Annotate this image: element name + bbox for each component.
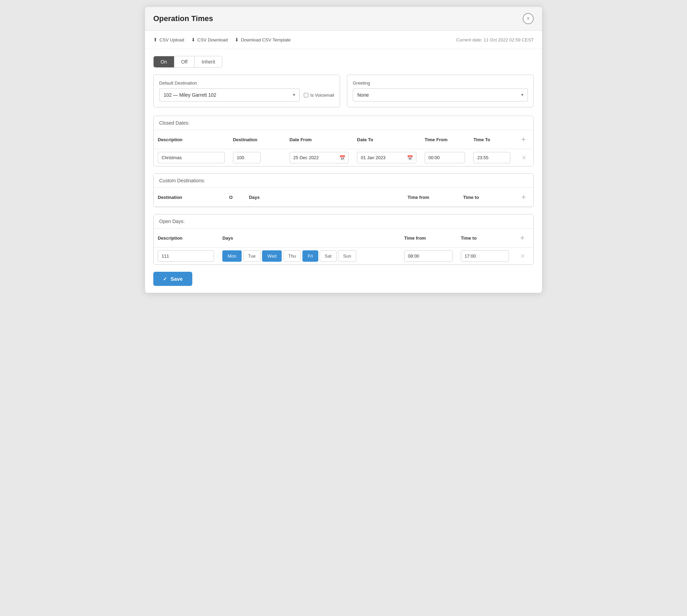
is-voicemail-text: Is Voicemail [310,93,334,98]
custom-dest-col-destination: Destination [154,188,225,207]
closed-dates-col-date-from: Date From [286,130,353,149]
time-to-input[interactable] [473,152,510,163]
download-template-label: Download CSV Template [241,37,291,42]
custom-dest-col-o: O [225,188,245,207]
day-button-fri[interactable]: Fri [302,250,318,262]
closed-dates-col-description: Description [154,130,229,149]
open-days-add-button[interactable]: + [517,232,527,244]
open-days-table: Description Days Time from Time to + Mon… [154,228,533,264]
time-from-input[interactable] [425,152,465,163]
toggle-inherit[interactable]: Inherit [195,56,222,67]
default-destination-label: Default Destination [159,80,334,86]
custom-dest-col-days: Days [245,188,403,207]
toggle-off[interactable]: Off [174,56,195,67]
current-date: Current date: 11 Oct 2022 02:59 CEST [456,37,534,42]
destination-select[interactable]: 102 — Miley Garrett 102 [159,88,300,102]
save-label: Save [171,276,183,282]
download-template-icon: ⬇ [235,37,239,42]
remove-row-button[interactable]: ✕ [519,153,529,163]
calendar-from-icon[interactable]: 📅 [339,155,345,161]
close-button[interactable]: × [523,13,534,24]
csv-upload-label: CSV Upload [159,37,184,42]
save-button[interactable]: ✓ Save [153,272,192,286]
custom-dest-col-time-to: Time to [459,188,514,207]
modal-body: On Off Inherit Default Destination 102 —… [145,49,542,293]
closed-dates-col-time-to: Time To [469,130,514,149]
open-days-add-col: + [513,229,533,248]
open-time-from-input[interactable] [404,250,453,262]
greeting-group: Greeting None ▼ [347,75,534,107]
custom-destinations-header: Custom Destinations: [154,174,533,187]
open-days-col-time-to: Time to [457,229,513,248]
toolbar: ⬆ CSV Upload ⬇ CSV Download ⬇ Download C… [145,31,542,49]
greeting-select[interactable]: None [353,88,528,102]
operation-times-modal: Operation Times × ⬆ CSV Upload ⬇ CSV Dow… [145,7,542,293]
closed-destination-input[interactable] [233,152,261,163]
destination-select-wrapper: 102 — Miley Garrett 102 ▼ [159,88,300,102]
date-to-wrapper: 📅 [357,152,416,163]
is-voicemail-label[interactable]: Is Voicemail [304,93,334,98]
closed-dates-add-col: + [514,130,533,149]
open-time-to-input[interactable] [461,250,509,262]
date-from-wrapper: 📅 [290,152,349,163]
toolbar-actions: ⬆ CSV Upload ⬇ CSV Download ⬇ Download C… [153,36,291,44]
modal-title: Operation Times [153,14,213,23]
open-days-col-time-from: Time from [400,229,457,248]
save-check-icon: ✓ [163,276,167,282]
table-row: MonTueWedThuFriSatSun ✕ [154,248,533,265]
open-days-header: Open Days: [154,214,533,228]
download-icon: ⬇ [191,37,195,42]
day-button-sun[interactable]: Sun [338,250,356,262]
custom-destinations-section: Custom Destinations: Destination O Days … [153,173,534,207]
csv-download-button[interactable]: ⬇ CSV Download [191,36,228,44]
closed-dates-add-button[interactable]: + [519,134,529,145]
default-destination-group: Default Destination 102 — Miley Garrett … [153,75,340,107]
closed-dates-col-date-to: Date To [353,130,420,149]
modal-header: Operation Times × [145,7,542,31]
destination-input-row: 102 — Miley Garrett 102 ▼ Is Voicemail [159,88,334,102]
open-days-col-description: Description [154,229,218,248]
closed-dates-section: Closed Dates: Description Destination Da… [153,116,534,166]
day-button-wed[interactable]: Wed [262,250,282,262]
greeting-label: Greeting [353,80,528,86]
download-template-button[interactable]: ⬇ Download CSV Template [235,36,291,44]
custom-dest-add-col: + [514,188,533,207]
on-off-inherit-toggle: On Off Inherit [153,56,222,68]
day-button-tue[interactable]: Tue [243,250,261,262]
day-button-thu[interactable]: Thu [283,250,301,262]
open-days-section: Open Days: Description Days Time from Ti… [153,214,534,265]
upload-icon: ⬆ [153,37,157,42]
open-days-col-days: Days [218,229,400,248]
open-description-input[interactable] [158,250,214,262]
custom-destinations-add-button[interactable]: + [519,191,529,203]
closed-dates-table: Description Destination Date From Date T… [154,130,533,166]
closed-description-input[interactable] [158,152,225,163]
destination-greeting-row: Default Destination 102 — Miley Garrett … [153,75,534,107]
is-voicemail-checkbox[interactable] [304,93,308,97]
calendar-to-icon[interactable]: 📅 [407,155,413,161]
day-button-mon[interactable]: Mon [222,250,241,262]
custom-dest-col-time-from: Time from [404,188,459,207]
closed-dates-header: Closed Dates: [154,116,533,130]
csv-upload-button[interactable]: ⬆ CSV Upload [153,36,184,44]
closed-dates-col-time-from: Time From [420,130,469,149]
days-group: MonTueWedThuFriSatSun [222,250,396,262]
table-row: 📅 📅 ✕ [154,149,533,166]
remove-open-row-button[interactable]: ✕ [517,251,528,261]
day-button-sat[interactable]: Sat [320,250,337,262]
greeting-select-wrapper: None ▼ [353,88,528,102]
toggle-on[interactable]: On [154,56,174,67]
closed-dates-col-destination: Destination [229,130,286,149]
csv-download-label: CSV Download [197,37,228,42]
custom-destinations-table: Destination O Days Time from Time to + [154,187,533,207]
